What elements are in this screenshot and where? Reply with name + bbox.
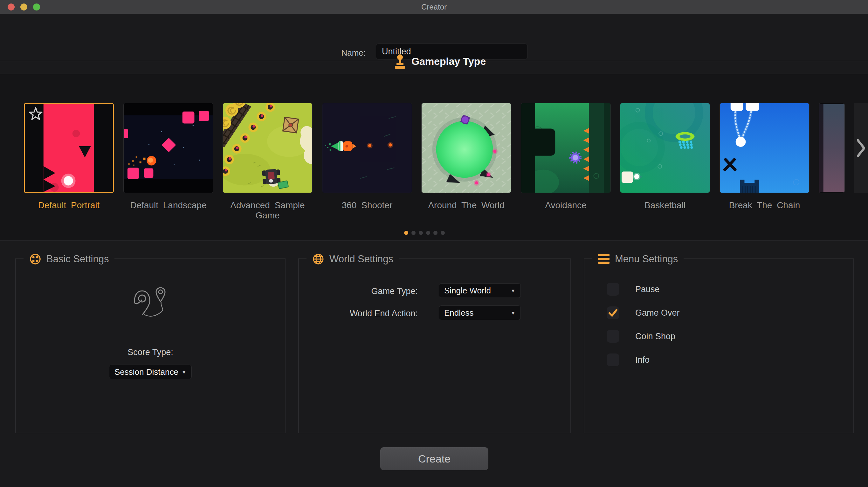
partial-thumbnail — [819, 103, 844, 193]
template-card-break-the-chain[interactable] — [719, 103, 809, 193]
menu-option-label: Coin Shop — [635, 331, 675, 342]
game-type-dropdown[interactable]: Single World ▼ — [439, 283, 521, 298]
joystick-icon — [394, 54, 406, 70]
template-card-360-shooter[interactable] — [322, 103, 412, 193]
carousel-dot[interactable] — [433, 231, 437, 235]
game-type-value: Single World — [444, 286, 491, 296]
menu-option-label: Game Over — [635, 308, 680, 318]
template-card-advanced-sample-game[interactable] — [223, 103, 313, 193]
pause-checkbox[interactable] — [607, 283, 619, 296]
template-card-partial[interactable] — [819, 103, 845, 193]
around-the-world-thumbnail — [422, 103, 511, 193]
settings-section: Basic Settings Score Type: Session Dista… — [0, 240, 868, 487]
score-type-dropdown[interactable]: Session Distance ▼ — [109, 365, 192, 379]
name-label: Name: — [318, 48, 366, 58]
menu-option-label: Pause — [635, 285, 660, 294]
template-label: Advanced Sample Game — [223, 200, 313, 221]
basic-settings-header: Basic Settings — [24, 251, 115, 267]
chevron-right-icon — [857, 139, 865, 157]
game-over-checkbox[interactable] — [607, 306, 619, 319]
carousel-dot[interactable] — [411, 231, 415, 235]
panel-title: World Settings — [330, 253, 393, 265]
template-label: Basketball — [620, 200, 710, 210]
hamburger-menu-icon — [598, 254, 610, 264]
template-card-default-portrait[interactable] — [24, 103, 114, 193]
default-landscape-thumbnail — [124, 103, 213, 193]
carousel-dot[interactable] — [419, 231, 423, 235]
carousel-dot[interactable] — [426, 231, 430, 235]
panel-title: Basic Settings — [46, 253, 109, 265]
carousel-dot[interactable] — [404, 231, 408, 235]
template-card-around-the-world[interactable] — [421, 103, 511, 193]
template-label: Around The World — [421, 200, 511, 210]
menu-option-row: Info — [607, 354, 650, 366]
world-settings-panel: World Settings Game Type: Single World ▼… — [298, 258, 571, 433]
divider — [0, 61, 383, 61]
world-end-action-dropdown[interactable]: Endless ▼ — [439, 305, 521, 320]
distance-route-icon — [131, 286, 169, 330]
chevron-down-icon: ▼ — [510, 310, 516, 316]
score-type-label: Score Type: — [16, 348, 285, 357]
pagination-dots — [404, 231, 445, 235]
panel-title: Menu Settings — [615, 253, 678, 265]
chevron-down-icon: ▼ — [510, 288, 516, 293]
basketball-thumbnail — [620, 103, 710, 193]
create-button[interactable]: Create — [380, 447, 488, 470]
template-label: Default Portrait — [24, 200, 114, 210]
coin-shop-checkbox[interactable] — [607, 330, 619, 343]
top-form-section: Name: Gameplay Type — [0, 14, 868, 74]
gameplay-type-title: Gameplay Type — [411, 56, 486, 67]
template-label: Avoidance — [521, 200, 611, 210]
advanced-sample-game-thumbnail — [223, 103, 312, 193]
menu-option-row: Game Over — [607, 306, 680, 319]
menu-settings-header: Menu Settings — [592, 251, 684, 267]
score-type-value: Session Distance — [115, 367, 178, 377]
window-title: Creator — [0, 0, 868, 14]
world-end-action-label: World End Action: — [299, 309, 418, 319]
template-carousel: Default Portrait Default Landscape Advan… — [0, 74, 868, 240]
world-end-action-value: Endless — [444, 308, 474, 318]
template-label: 360 Shooter — [322, 200, 412, 210]
basic-settings-panel: Basic Settings Score Type: Session Dista… — [15, 258, 285, 433]
menu-option-label: Info — [635, 355, 650, 365]
carousel-next-button[interactable] — [854, 103, 868, 193]
template-card-avoidance[interactable] — [521, 103, 611, 193]
world-settings-header: World Settings — [307, 251, 399, 267]
template-card-default-landscape[interactable] — [123, 103, 213, 193]
menu-settings-panel: Menu Settings Pause Game Over Coin Shop … — [584, 258, 854, 433]
button-icon — [29, 253, 41, 265]
360-shooter-thumbnail — [322, 103, 412, 193]
divider — [487, 61, 868, 61]
titlebar: Creator — [0, 0, 868, 14]
chevron-down-icon: ▼ — [182, 369, 186, 375]
info-checkbox[interactable] — [607, 354, 619, 366]
template-label: Break The Chain — [719, 200, 809, 210]
avoidance-thumbnail — [521, 103, 611, 193]
menu-option-row: Coin Shop — [607, 330, 675, 343]
check-icon — [607, 306, 619, 319]
template-label: Default Landscape — [123, 200, 213, 210]
break-the-chain-thumbnail — [720, 103, 809, 193]
template-card-basketball[interactable] — [620, 103, 710, 193]
game-type-label: Game Type: — [299, 286, 418, 296]
default-portrait-thumbnail — [25, 104, 113, 192]
globe-icon — [312, 253, 324, 265]
menu-option-row: Pause — [607, 283, 660, 296]
carousel-dot[interactable] — [441, 231, 445, 235]
